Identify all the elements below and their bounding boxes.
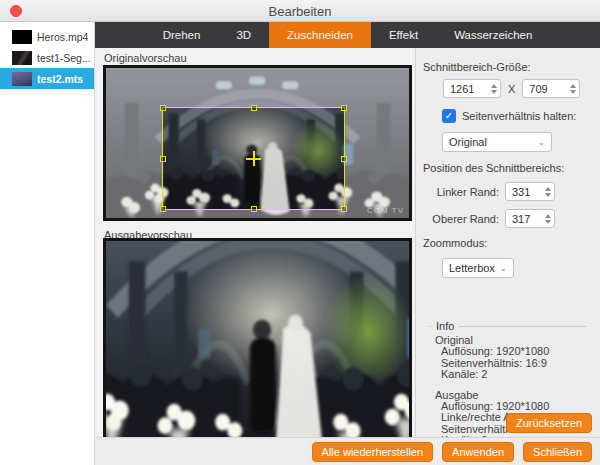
original-video: CGM TV (106, 68, 409, 218)
left-margin-label: Linker Rand: (421, 186, 499, 198)
restore-all-button[interactable]: Alle wiederherstellen (312, 442, 434, 462)
output-video-frame (106, 241, 409, 439)
output-video (106, 241, 409, 439)
file-name: test1-Seg... (37, 52, 91, 64)
tab-drehen[interactable]: Drehen (145, 22, 219, 48)
crop-height-input[interactable]: 709 (522, 79, 580, 98)
video-thumbnail (12, 72, 32, 86)
stepper-icon[interactable] (541, 187, 551, 197)
window-title: Bearbeiten (0, 4, 600, 19)
left-margin-value: 331 (512, 186, 541, 198)
crop-position-label: Position des Schnittbereichs: (423, 162, 592, 174)
aspect-ratio-value: Original (449, 136, 537, 148)
zoom-mode-label: Zoommodus: (423, 237, 592, 249)
action-bar: Alle wiederherstellen Anwenden Schließen (95, 437, 600, 465)
top-margin-row: Oberer Rand: 317 (421, 209, 592, 228)
apply-button[interactable]: Anwenden (442, 442, 514, 462)
close-button[interactable]: Schließen (523, 442, 592, 462)
crop-center-cross[interactable] (246, 151, 261, 166)
crop-height-value: 709 (529, 83, 566, 95)
stepper-icon[interactable] (541, 214, 551, 224)
video-thumbnail (12, 51, 32, 65)
info-output-title: Ausgabe (435, 389, 586, 401)
left-margin-input[interactable]: 331 (505, 182, 555, 201)
crop-size-row: 1261 X 709 (443, 79, 592, 98)
crop-width-input[interactable]: 1261 (443, 79, 501, 98)
zoom-mode-value: Letterbox (449, 262, 499, 274)
top-margin-value: 317 (512, 213, 541, 225)
top-margin-input[interactable]: 317 (505, 209, 555, 228)
info-legend: Info (431, 320, 459, 332)
file-list-item-selected[interactable]: test2.mts (0, 68, 94, 89)
stepper-icon[interactable] (566, 84, 576, 94)
preview-area: Originalvorschau CGM TV Ausgabevorsc (95, 48, 415, 437)
file-name: test2.mts (37, 73, 83, 85)
crop-size-label: Schnittbereich-Größe: (423, 61, 592, 73)
reset-button[interactable]: Zurücksetzen (506, 413, 592, 433)
crop-handle-se[interactable] (341, 206, 347, 212)
edit-tab-bar: Drehen 3D Zuschneiden Effekt Wasserzeich… (95, 22, 600, 48)
crop-handle-ne[interactable] (341, 105, 347, 111)
output-preview-frame (103, 238, 412, 460)
file-list-item[interactable]: test1-Seg... (0, 47, 94, 68)
crop-handle-w[interactable] (160, 156, 166, 162)
original-preview-frame: CGM TV (103, 65, 412, 221)
tab-3d[interactable]: 3D (218, 22, 269, 48)
crop-handle-s[interactable] (251, 206, 257, 212)
keep-aspect-row: ✓ Seitenverhältnis halten: (442, 109, 592, 123)
zoom-mode-dropdown[interactable]: Letterbox ⌄ (442, 258, 514, 278)
crop-handle-e[interactable] (341, 156, 347, 162)
chevron-down-icon: ⌄ (499, 263, 507, 273)
file-list-sidebar: Heros.mp4 test1-Seg... test2.mts (0, 22, 95, 465)
tab-zuschneiden[interactable]: Zuschneiden (269, 22, 371, 48)
original-preview-label: Originalvorschau (104, 52, 187, 64)
file-name: Heros.mp4 (37, 31, 88, 43)
crop-rectangle[interactable] (162, 107, 345, 210)
crop-width-value: 1261 (450, 83, 487, 95)
info-line: Kanäle: 2 (441, 369, 586, 381)
info-line: Auflösung: 1920*1080 (441, 346, 586, 358)
file-list-item[interactable]: Heros.mp4 (0, 26, 94, 47)
size-times-label: X (508, 83, 515, 95)
video-watermark: CGM TV (367, 206, 404, 215)
top-margin-label: Oberer Rand: (421, 213, 499, 225)
tab-wasserzeichen[interactable]: Wasserzeichen (436, 22, 550, 48)
keep-aspect-label: Seitenverhältnis halten: (462, 110, 576, 122)
video-thumbnail (12, 30, 32, 44)
crop-handle-nw[interactable] (160, 105, 166, 111)
crop-handle-n[interactable] (251, 105, 257, 111)
edit-dialog: Bearbeiten Heros.mp4 test1-Seg... test2.… (0, 0, 600, 465)
tab-effekt[interactable]: Effekt (371, 22, 436, 48)
crop-handle-sw[interactable] (160, 206, 166, 212)
crop-settings-panel: Schnittbereich-Größe: 1261 X 709 ✓ Seite… (415, 48, 600, 437)
aspect-ratio-dropdown[interactable]: Original ⌄ (442, 132, 552, 152)
title-bar: Bearbeiten (0, 0, 600, 22)
keep-aspect-checkbox[interactable]: ✓ (442, 109, 456, 123)
stepper-icon[interactable] (487, 84, 497, 94)
chevron-down-icon: ⌄ (537, 137, 545, 147)
left-margin-row: Linker Rand: 331 (421, 182, 592, 201)
